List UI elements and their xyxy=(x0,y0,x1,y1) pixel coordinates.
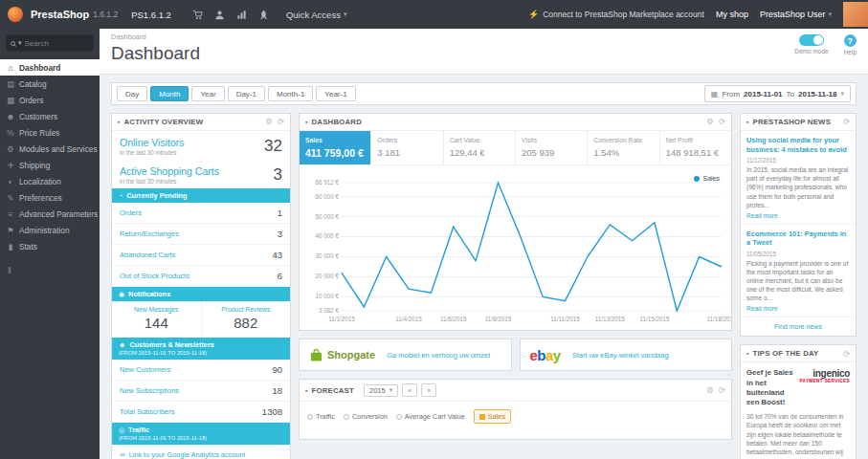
sidebar-item-stats[interactable]: ▮ Stats xyxy=(0,238,100,254)
gear-icon[interactable]: ⚙ xyxy=(265,118,273,126)
forecast-option-average-cart-value[interactable]: Average Cart Value xyxy=(396,412,465,421)
help-icon[interactable]: ? xyxy=(844,34,857,47)
user-menu[interactable]: PrestaShop User ▾ xyxy=(760,10,832,19)
notifications-header: ◉ Notifications xyxy=(112,287,290,301)
kpi-cart-value[interactable]: Cart Value 129,44 € xyxy=(444,131,516,164)
filter-year-button[interactable]: Year xyxy=(191,86,224,101)
administration-icon: ⚑ xyxy=(6,226,15,235)
rocket-icon[interactable] xyxy=(258,10,269,20)
prestashop-news-panel: ▪ PRESTASHOP NEWS ⟳ Using social media f… xyxy=(740,113,857,337)
find-more-news-link[interactable]: Find more news xyxy=(741,317,856,336)
sidebar-search[interactable]: ▾ xyxy=(6,34,94,52)
prestashop-logo[interactable] xyxy=(8,7,23,22)
sidebar-item-orders[interactable]: ▦ Orders xyxy=(0,92,100,108)
sidebar-item-shipping[interactable]: ✈ Shipping xyxy=(0,157,100,173)
main-area: Dashboard Dashboard Demo mode ? Help Day… xyxy=(100,29,868,459)
date-filter-bar: Day Month Year Day-1 Month-1 Year-1 ▦ Fr… xyxy=(111,82,857,105)
sidebar-item-localization[interactable]: ◐ Localization xyxy=(0,173,100,189)
demo-mode-toggle[interactable] xyxy=(799,34,824,46)
forecast-year-select[interactable]: 2015 ▾ xyxy=(364,384,398,397)
my-shop-link[interactable]: My shop xyxy=(716,10,748,19)
kpi-sales[interactable]: Sales 411 759,00 € xyxy=(300,131,371,164)
page-title: Dashboard xyxy=(111,43,857,64)
pending-row-abandoned-carts[interactable]: Abandoned Carts 43 xyxy=(112,245,290,266)
topbar-icons xyxy=(192,10,269,20)
activity-panel-header: ▪ ACTIVITY OVERVIEW ⚙ ⟳ xyxy=(112,114,290,131)
refresh-icon[interactable]: ⟳ xyxy=(719,386,725,395)
pending-row-out-of-stock[interactable]: Out of Stock Products 6 xyxy=(112,266,290,287)
preferences-icon: ✎ xyxy=(6,193,15,203)
google-analytics-link[interactable]: ∞ Link to your Google Analytics account xyxy=(112,445,290,459)
quick-access-menu[interactable]: Quick Access ▾ xyxy=(286,10,347,20)
customers-row-total-subscribers[interactable]: Total Subscribers 1308 xyxy=(112,402,290,423)
customer-icon[interactable] xyxy=(214,10,225,20)
kpi-visits[interactable]: Visits 205 939 xyxy=(516,131,588,164)
shopgate-link[interactable]: Ga mobiel en verhoog uw omzet xyxy=(387,351,490,360)
user-avatar[interactable] xyxy=(843,2,868,27)
kpi-conversion-rate[interactable]: Conversion Rate 1.54% xyxy=(588,131,659,164)
forecast-panel-icon: ▪ xyxy=(305,387,307,394)
gear-icon[interactable]: ⚙ xyxy=(706,118,714,126)
search-icon xyxy=(11,41,15,46)
forecast-option-traffic[interactable]: Traffic xyxy=(307,412,335,421)
breadcrumb[interactable]: Dashboard xyxy=(111,33,857,41)
brand-name[interactable]: PrestaShop xyxy=(31,9,89,20)
search-input[interactable] xyxy=(25,39,80,48)
forecast-option-conversion[interactable]: Conversion xyxy=(344,412,388,421)
marketplace-link[interactable]: ⚡ Connect to PrestaShop Marketplace acco… xyxy=(528,10,704,19)
sidebar-item-modules[interactable]: ⚙ Modules and Services xyxy=(0,141,100,157)
traffic-range: (FROM 2015-11-01 TO 2015-11-18) xyxy=(119,435,207,441)
gear-icon[interactable]: ⚙ xyxy=(706,386,714,395)
toggle-knob xyxy=(813,35,823,45)
sidebar-item-customers[interactable]: ☻ Customers xyxy=(0,108,100,124)
chart-legend[interactable]: Sales xyxy=(694,175,720,182)
news-article-title[interactable]: Ecommerce 101: Payments in a Tweet xyxy=(746,230,850,248)
sidebar-item-catalog[interactable]: ▤ Catalog xyxy=(0,76,100,92)
filter-year-1-button[interactable]: Year-1 xyxy=(316,86,355,101)
customers-row-new-subscriptions[interactable]: New Subscriptions 18 xyxy=(112,381,290,402)
refresh-icon[interactable]: ⟳ xyxy=(843,350,850,359)
search-scope-caret-icon[interactable]: ▾ xyxy=(18,39,22,47)
active-carts-link[interactable]: Active Shopping Carts xyxy=(120,165,274,177)
news-article-excerpt: In 2015, social media are an integral pa… xyxy=(746,165,850,208)
sidebar-item-price-rules[interactable]: % Price Rules xyxy=(0,124,100,141)
sidebar-collapse-button[interactable]: ‖ xyxy=(8,266,92,275)
ebay-link[interactable]: Start uw eBay-winkel vandaag xyxy=(572,351,669,360)
dashboard-panel-header: ▪ DASHBOARD ⚙ ⟳ xyxy=(300,114,731,131)
news-article-title[interactable]: Using social media for your business: 4 … xyxy=(746,136,850,154)
read-more-link[interactable]: Read more xyxy=(746,212,850,219)
forecast-next-button[interactable]: » xyxy=(421,383,436,397)
sidebar-item-administration[interactable]: ⚑ Administration xyxy=(0,222,100,238)
filter-day-1-button[interactable]: Day-1 xyxy=(228,86,265,101)
pending-row-orders[interactable]: Orders 1 xyxy=(112,203,290,224)
forecast-option-sales[interactable]: Sales xyxy=(474,409,511,424)
shopgate-module-card[interactable]: Shopgate Ga mobiel en verhoog uw omzet xyxy=(299,339,512,371)
sidebar-item-label: Catalog xyxy=(19,79,47,89)
sidebar-item-preferences[interactable]: ✎ Preferences xyxy=(0,189,100,206)
forecast-legend: Traffic Conversion Average Cart Value xyxy=(300,402,731,431)
product-reviews-stat[interactable]: Product Reviews 882 xyxy=(202,301,291,338)
new-messages-stat[interactable]: New Messages 144 xyxy=(112,301,202,338)
cart-icon[interactable] xyxy=(192,10,203,20)
forecast-prev-button[interactable]: « xyxy=(402,383,417,397)
refresh-icon[interactable]: ⟳ xyxy=(278,118,284,126)
read-more-link[interactable]: Read more xyxy=(746,305,850,312)
customers-row-new-customers[interactable]: New Customers 90 xyxy=(112,360,290,381)
refresh-icon[interactable]: ⟳ xyxy=(843,118,850,126)
shop-name[interactable]: PS1.6.1.2 xyxy=(131,10,171,20)
filter-day-button[interactable]: Day xyxy=(117,86,147,101)
kpi-net-profit[interactable]: Net Profit 148 918,51 € xyxy=(660,131,731,164)
pending-row-returns[interactable]: Return/Exchanges 3 xyxy=(112,224,290,245)
refresh-icon[interactable]: ⟳ xyxy=(719,118,725,126)
date-range-picker[interactable]: ▦ From 2015-11-01 To 2015-11-18 ▾ xyxy=(704,85,851,102)
kpi-orders[interactable]: Orders 3 181 xyxy=(371,131,443,164)
sidebar-item-label: Localization xyxy=(19,177,61,186)
sidebar-item-advanced-parameters[interactable]: ≡ Advanced Parameters xyxy=(0,206,100,222)
filter-month-button[interactable]: Month xyxy=(150,86,189,101)
tips-panel-title: TIPS OF THE DAY xyxy=(752,349,818,358)
filter-month-1-button[interactable]: Month-1 xyxy=(268,86,313,101)
stats-icon[interactable] xyxy=(236,10,247,20)
ebay-module-card[interactable]: ebay Start uw eBay-winkel vandaag xyxy=(520,339,733,371)
sidebar-item-dashboard[interactable]: ⌂ Dashboard xyxy=(0,59,100,76)
online-visitors-link[interactable]: Online Visitors xyxy=(120,137,264,148)
